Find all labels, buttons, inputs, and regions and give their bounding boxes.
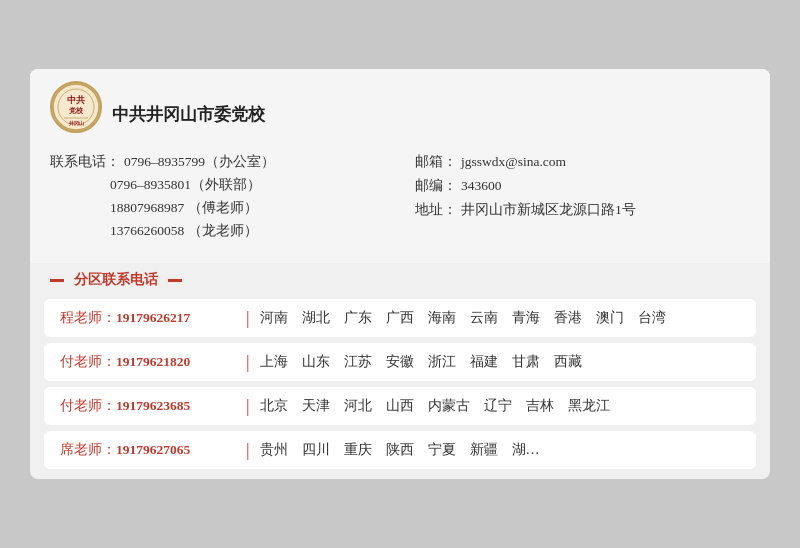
main-card: 中共 党校 井冈山 中共井冈山市委党校 联系电话： 0796–8935799（办… xyxy=(30,69,770,479)
phone-1-value: 0796–8935799（办公室） xyxy=(124,153,275,171)
zip-value: 343600 xyxy=(461,178,502,194)
address-value: 井冈山市新城区龙源口路1号 xyxy=(461,201,636,219)
phone-label: 联系电话： xyxy=(50,153,120,171)
phone-row-3: 18807968987 （傅老师） xyxy=(50,199,385,217)
regions-list-3: 贵州四川重庆陕西宁夏新疆湖… xyxy=(260,441,540,459)
address-label: 地址： xyxy=(415,201,457,219)
region-item: 河北 xyxy=(344,397,372,415)
teacher-info-1: 付老师：19179621820 xyxy=(60,353,240,371)
region-card-3: 席老师：19179627065|贵州四川重庆陕西宁夏新疆湖… xyxy=(44,431,756,469)
email-row: 邮箱： jgsswdx@sina.com xyxy=(415,153,750,171)
region-item: 广东 xyxy=(344,309,372,327)
region-item: 福建 xyxy=(470,353,498,371)
regions-list-0: 河南湖北广东广西海南云南青海香港澳门台湾 xyxy=(260,309,666,327)
phone-2-value: 0796–8935801（外联部） xyxy=(110,176,261,194)
region-item: 香港 xyxy=(554,309,582,327)
vertical-divider-0: | xyxy=(246,309,250,327)
region-card-1: 付老师：19179621820|上海山东江苏安徽浙江福建甘肃西藏 xyxy=(44,343,756,381)
divider-left xyxy=(50,279,64,282)
phone-4-value: 13766260058 （龙老师） xyxy=(110,222,258,240)
teacher-name-3: 席老师： xyxy=(60,442,116,457)
region-item: 西藏 xyxy=(554,353,582,371)
logo-area: 中共 党校 井冈山 中共井冈山市委党校 xyxy=(50,81,750,133)
svg-text:井冈山: 井冈山 xyxy=(69,120,84,126)
section-title: 分区联系电话 xyxy=(70,271,162,289)
teacher-phone-3: 19179627065 xyxy=(116,442,190,457)
section-divider: 分区联系电话 xyxy=(30,263,770,293)
header-section: 中共 党校 井冈山 中共井冈山市委党校 联系电话： 0796–8935799（办… xyxy=(30,69,770,263)
phone-row-1: 联系电话： 0796–8935799（办公室） xyxy=(50,153,385,171)
region-item: 青海 xyxy=(512,309,540,327)
contact-left: 联系电话： 0796–8935799（办公室） 0796–8935801（外联部… xyxy=(50,153,405,245)
teacher-info-0: 程老师：19179626217 xyxy=(60,309,240,327)
region-item: 上海 xyxy=(260,353,288,371)
teacher-phone-2: 19179623685 xyxy=(116,398,190,413)
teacher-name-1: 付老师： xyxy=(60,354,116,369)
svg-text:中共: 中共 xyxy=(67,95,86,105)
region-item: 贵州 xyxy=(260,441,288,459)
region-item: 辽宁 xyxy=(484,397,512,415)
zip-row: 邮编： 343600 xyxy=(415,177,750,195)
region-item: 安徽 xyxy=(386,353,414,371)
region-item: 陕西 xyxy=(386,441,414,459)
teacher-name-2: 付老师： xyxy=(60,398,116,413)
divider-right xyxy=(168,279,182,282)
regions-list-1: 上海山东江苏安徽浙江福建甘肃西藏 xyxy=(260,353,582,371)
region-item: 澳门 xyxy=(596,309,624,327)
phone-row-4: 13766260058 （龙老师） xyxy=(50,222,385,240)
svg-text:党校: 党校 xyxy=(69,106,84,115)
region-item: 甘肃 xyxy=(512,353,540,371)
address-row: 地址： 井冈山市新城区龙源口路1号 xyxy=(415,201,750,219)
region-item: 山东 xyxy=(302,353,330,371)
org-logo: 中共 党校 井冈山 xyxy=(50,81,102,133)
teacher-info-3: 席老师：19179627065 xyxy=(60,441,240,459)
region-item: 湖… xyxy=(512,441,540,459)
phone-row-2: 0796–8935801（外联部） xyxy=(50,176,385,194)
region-item: 四川 xyxy=(302,441,330,459)
email-value: jgsswdx@sina.com xyxy=(461,154,566,170)
teacher-name-0: 程老师： xyxy=(60,310,116,325)
vertical-divider-1: | xyxy=(246,353,250,371)
region-card-0: 程老师：19179626217|河南湖北广东广西海南云南青海香港澳门台湾 xyxy=(44,299,756,337)
email-label: 邮箱： xyxy=(415,153,457,171)
region-item: 浙江 xyxy=(428,353,456,371)
contact-right: 邮箱： jgsswdx@sina.com 邮编： 343600 地址： 井冈山市… xyxy=(405,153,750,245)
phone-3-value: 18807968987 （傅老师） xyxy=(110,199,258,217)
region-item: 云南 xyxy=(470,309,498,327)
zip-label: 邮编： xyxy=(415,177,457,195)
teacher-info-2: 付老师：19179623685 xyxy=(60,397,240,415)
region-item: 重庆 xyxy=(344,441,372,459)
region-item: 新疆 xyxy=(470,441,498,459)
region-item: 广西 xyxy=(386,309,414,327)
region-item: 天津 xyxy=(302,397,330,415)
contact-grid: 联系电话： 0796–8935799（办公室） 0796–8935801（外联部… xyxy=(50,143,750,249)
region-item: 黑龙江 xyxy=(568,397,610,415)
vertical-divider-2: | xyxy=(246,397,250,415)
regions-list-2: 北京天津河北山西内蒙古辽宁吉林黑龙江 xyxy=(260,397,610,415)
teacher-phone-1: 19179621820 xyxy=(116,354,190,369)
org-name: 中共井冈山市委党校 xyxy=(112,89,265,126)
region-item: 宁夏 xyxy=(428,441,456,459)
teacher-phone-0: 19179626217 xyxy=(116,310,190,325)
region-item: 吉林 xyxy=(526,397,554,415)
region-item: 内蒙古 xyxy=(428,397,470,415)
region-cards: 程老师：19179626217|河南湖北广东广西海南云南青海香港澳门台湾付老师：… xyxy=(30,293,770,479)
region-item: 海南 xyxy=(428,309,456,327)
region-item: 江苏 xyxy=(344,353,372,371)
region-item: 河南 xyxy=(260,309,288,327)
region-item: 山西 xyxy=(386,397,414,415)
region-card-2: 付老师：19179623685|北京天津河北山西内蒙古辽宁吉林黑龙江 xyxy=(44,387,756,425)
region-item: 北京 xyxy=(260,397,288,415)
region-item: 湖北 xyxy=(302,309,330,327)
vertical-divider-3: | xyxy=(246,441,250,459)
region-item: 台湾 xyxy=(638,309,666,327)
